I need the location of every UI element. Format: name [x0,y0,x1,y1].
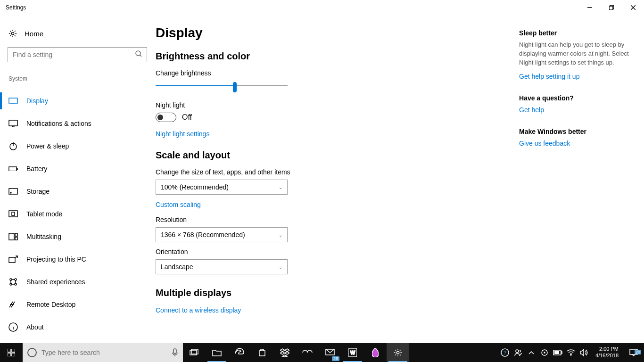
clock[interactable]: 2:00 PM 4/16/2018 [593,346,621,359]
cortana-icon [27,348,37,357]
app-button[interactable] [296,343,319,362]
svg-rect-22 [9,257,15,263]
file-explorer-button[interactable] [206,343,228,362]
svg-point-25 [15,279,17,280]
svg-point-5 [11,32,14,34]
help-pane: Sleep better Night light can help you ge… [519,15,644,343]
projecting-icon [8,255,18,264]
shared-icon [8,277,18,287]
text-size-dropdown[interactable]: 100% (Recommended) ⌄ [156,180,288,195]
start-button[interactable] [0,343,23,362]
sidebar-item-label: Shared experiences [26,278,85,286]
settings-button[interactable] [387,343,409,362]
location-tray-icon[interactable] [540,348,549,357]
sidebar-item-label: Multitasking [26,233,61,240]
svg-point-27 [15,283,17,285]
sidebar-item-shared[interactable]: Shared experiences [8,271,151,293]
text-size-label: Change the size of text, apps, and other… [156,168,508,176]
search-input[interactable] [8,47,147,62]
svg-point-26 [10,283,12,285]
mic-icon[interactable] [172,348,178,357]
power-icon [8,141,18,151]
action-center-button[interactable]: 20 [625,349,642,356]
brightness-slider[interactable] [156,81,288,92]
cortana-input[interactable] [41,349,167,356]
main-content: Display Brightness and color Change brig… [151,15,519,343]
sidebar-item-battery[interactable]: Battery [8,157,151,180]
svg-rect-8 [9,98,17,103]
sidebar-item-remote[interactable]: Remote Desktop [8,293,151,316]
chevron-up-tray-icon[interactable] [527,348,536,357]
sidebar-item-projecting[interactable]: Projecting to this PC [8,248,151,271]
maximize-button[interactable] [601,0,622,15]
wifi-tray-icon[interactable] [566,348,576,357]
night-light-toggle[interactable] [156,113,176,122]
svg-point-16 [10,192,11,193]
svg-rect-34 [8,353,11,356]
gear-icon [8,29,17,38]
sidebar-item-power[interactable]: Power & sleep [8,135,151,157]
sidebar-item-notifications[interactable]: Notifications & actions [8,112,151,135]
paint-button[interactable] [364,343,387,362]
sidebar-item-label: Storage [26,188,50,195]
close-button[interactable] [622,0,644,15]
orientation-label: Orientation [156,248,508,255]
task-view-button[interactable] [183,343,206,362]
resolution-dropdown[interactable]: 644 × 362 (Recommended) ⌄ [156,227,288,242]
people-tray-icon[interactable] [513,348,523,357]
store-button[interactable] [251,343,273,362]
section-brightness: Brightness and color [156,51,508,62]
svg-point-51 [570,354,571,355]
text-size-value: 100% (Recommended) [161,183,229,191]
svg-line-7 [140,55,141,57]
search-field[interactable] [13,51,135,58]
sidebar-item-storage[interactable]: Storage [8,180,151,203]
svg-rect-50 [554,351,559,354]
clock-time: 2:00 PM [599,346,619,353]
battery-icon [8,164,18,173]
resolution-label: Resolution [156,216,508,223]
svg-point-45 [516,350,519,353]
svg-rect-15 [9,189,17,194]
sidebar: Home System Display Notifications & acti… [0,15,151,343]
volume-tray-icon[interactable] [579,348,589,357]
edge-button[interactable] [228,343,251,362]
chevron-down-icon: ⌄ [279,264,282,270]
orientation-dropdown[interactable]: Landscape ⌄ [156,259,288,274]
custom-scaling-link[interactable]: Custom scaling [156,201,201,208]
sidebar-item-label: Tablet mode [26,210,62,218]
sidebar-item-tablet[interactable]: Tablet mode [8,203,151,225]
sidebar-item-multitasking[interactable]: Multitasking [8,225,151,248]
sidebar-item-display[interactable]: Display [8,90,151,112]
night-light-settings-link[interactable]: Night light settings [156,130,209,138]
sidebar-item-label: Battery [26,165,47,173]
svg-point-42 [396,351,399,354]
word-button[interactable]: W [341,343,364,362]
taskbar: 26 W ? 2:00 PM 4/16/2018 20 [0,343,644,362]
svg-text:W: W [350,350,355,355]
sidebar-item-label: Notifications & actions [26,120,91,127]
window-title: Settings [6,4,26,11]
sleep-link[interactable]: Get help setting it up [519,73,579,80]
minimize-button[interactable] [579,0,601,15]
connect-wireless-link[interactable]: Connect to a wireless display [156,306,241,314]
cortana-search[interactable] [23,343,183,362]
sidebar-item-label: Remote Desktop [26,301,75,308]
night-light-state: Off [182,113,192,122]
action-center-badge: 20 [635,350,641,354]
feedback-link[interactable]: Give us feedback [519,140,570,147]
svg-point-6 [136,51,140,56]
tablet-icon [8,209,18,219]
sidebar-item-about[interactable]: About [8,316,151,338]
get-help-link[interactable]: Get help [519,106,544,114]
dropbox-button[interactable] [273,343,296,362]
svg-rect-17 [9,211,17,217]
sidebar-item-label: Display [26,97,48,105]
question-heading: Have a question? [519,94,635,102]
help-tray-icon[interactable]: ? [500,348,510,357]
battery-tray-icon[interactable] [553,348,562,357]
svg-rect-18 [12,212,15,215]
mail-button[interactable]: 26 [319,343,341,362]
home-nav[interactable]: Home [8,25,151,47]
sidebar-item-label: Power & sleep [26,142,69,150]
